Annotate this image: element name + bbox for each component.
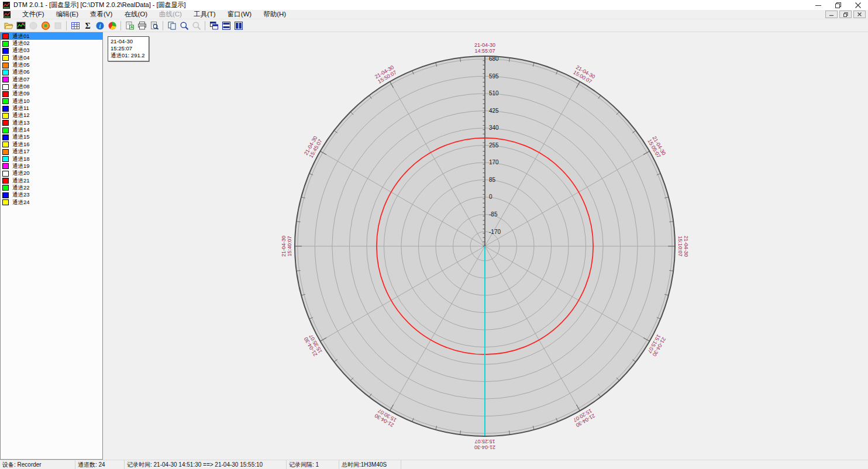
- channel-item-13[interactable]: 通道13: [1, 119, 102, 126]
- minimize-button[interactable]: [808, 0, 828, 10]
- realtime-curve-button[interactable]: [15, 20, 27, 32]
- statistics-button[interactable]: Σ: [81, 20, 94, 32]
- channel-item-21[interactable]: 通道21: [1, 177, 102, 184]
- toolbar-separator: [163, 21, 163, 30]
- export-button[interactable]: [123, 20, 136, 32]
- toolbar: Σi: [0, 19, 868, 32]
- channel-item-4[interactable]: 通道04: [1, 54, 102, 61]
- channel-label: 通道06: [12, 68, 30, 76]
- tile-vertical-button[interactable]: [232, 20, 244, 32]
- channel-item-1[interactable]: 通道01: [1, 33, 102, 40]
- menu-edit[interactable]: 编辑(E): [50, 9, 84, 19]
- channel-color-chip: [2, 106, 9, 112]
- open-file-button[interactable]: [2, 20, 15, 32]
- channel-color-chip: [2, 120, 9, 126]
- main-window: DTM 2.0.1 - [圆盘显示] [C:\DTM 2.0.2\RealDat…: [0, 0, 868, 469]
- channel-item-6[interactable]: 通道06: [1, 69, 102, 76]
- channel-color-chip: [2, 63, 9, 68]
- channel-label: 通道05: [12, 61, 30, 69]
- mdi-restore-button[interactable]: [839, 11, 852, 18]
- record-button[interactable]: [39, 20, 51, 32]
- open-folder-icon: [4, 21, 13, 30]
- cascade-icon: [209, 21, 219, 30]
- tooltip-channel-value: 通道01: 291.2: [111, 52, 145, 59]
- pie-icon: [108, 21, 117, 30]
- channel-color-chip: [2, 135, 9, 140]
- axis-tick-label: 170: [489, 159, 499, 165]
- print-preview-button[interactable]: [148, 20, 160, 32]
- axis-tick-label: 595: [489, 73, 499, 80]
- channel-item-3[interactable]: 通道03: [1, 47, 102, 54]
- time-label-date: 21-04-30: [683, 236, 689, 257]
- channel-item-24[interactable]: 通道24: [1, 199, 102, 206]
- channel-color-chip: [2, 192, 9, 198]
- channel-item-22[interactable]: 通道22: [1, 184, 102, 191]
- content-area: 通道01通道02通道03通道04通道05通道06通道07通道08通道09通道10…: [0, 32, 868, 460]
- info-button[interactable]: i: [94, 20, 106, 32]
- axis-tick-label: 0: [489, 194, 492, 200]
- channel-item-2[interactable]: 通道02: [1, 40, 102, 47]
- channel-label: 通道09: [12, 90, 30, 98]
- channel-item-19[interactable]: 通道19: [1, 163, 102, 170]
- channel-item-18[interactable]: 通道18: [1, 156, 102, 163]
- channel-item-10[interactable]: 通道10: [1, 98, 102, 105]
- channel-label: 通道02: [12, 40, 30, 47]
- channel-item-12[interactable]: 通道12: [1, 112, 102, 119]
- svg-text:Σ: Σ: [85, 22, 90, 30]
- channel-item-20[interactable]: 通道20: [1, 170, 102, 177]
- menu-help[interactable]: 帮助(H): [257, 9, 292, 19]
- channel-item-9[interactable]: 通道09: [1, 91, 102, 98]
- menu-view[interactable]: 查看(V): [84, 9, 118, 19]
- channel-color-chip: [2, 185, 9, 191]
- channel-item-11[interactable]: 通道11: [1, 105, 102, 112]
- statusbar: 设备: Recorder通道数: 24记录时间: 21-04-30 14:51:…: [0, 460, 868, 469]
- channel-color-chip: [2, 98, 9, 104]
- menu-window[interactable]: 窗口(W): [222, 9, 258, 19]
- channel-label: 通道24: [12, 199, 30, 206]
- pie-chart-button[interactable]: [106, 20, 118, 32]
- window-title: DTM 2.0.1 - [圆盘显示] [C:\DTM 2.0.2\RealDat…: [13, 1, 808, 9]
- channel-color-chip: [2, 70, 9, 75]
- menu-file[interactable]: 文件(F): [16, 9, 50, 19]
- channel-label: 通道12: [12, 112, 30, 119]
- channel-color-chip: [2, 113, 9, 119]
- menu-tools[interactable]: 工具(T): [188, 9, 222, 19]
- time-label: 21-04-3015:10:07: [677, 236, 689, 257]
- channel-label: 通道01: [12, 33, 30, 40]
- channel-color-chip: [2, 91, 9, 97]
- channel-item-7[interactable]: 通道07: [1, 76, 102, 83]
- print-button[interactable]: [136, 20, 148, 32]
- statusbar-section-4: 记录间隔: 1: [287, 460, 339, 469]
- tile-horizontal-button[interactable]: [220, 20, 232, 32]
- tile-horizontal-icon: [222, 21, 231, 30]
- channel-item-15[interactable]: 通道15: [1, 134, 102, 141]
- cascade-windows-button[interactable]: [208, 20, 220, 32]
- channel-color-chip: [2, 178, 9, 184]
- data-table-button[interactable]: [69, 20, 81, 32]
- menu-online[interactable]: 在线(O): [118, 9, 153, 19]
- channel-label: 通道18: [12, 156, 30, 163]
- statusbar-section-6: [401, 460, 868, 469]
- menu-curve[interactable]: 曲线(C): [153, 9, 188, 19]
- time-label: 21-04-3015:40:07: [281, 236, 292, 257]
- channel-label: 通道07: [12, 76, 30, 84]
- channel-color-chip: [2, 149, 9, 155]
- data-tooltip: 21-04-30 15:25:07 通道01: 291.2: [108, 36, 149, 61]
- zoom-in-button[interactable]: [178, 20, 190, 32]
- channel-item-5[interactable]: 通道05: [1, 61, 102, 68]
- statusbar-section-3: 记录时间: 21-04-30 14:51:30 ==> 21-04-30 15:…: [125, 460, 287, 469]
- axis-tick-label: 255: [489, 142, 499, 149]
- restore-button[interactable]: [828, 0, 848, 10]
- channel-item-23[interactable]: 通道23: [1, 192, 102, 199]
- channel-item-17[interactable]: 通道17: [1, 149, 102, 156]
- mdi-minimize-button[interactable]: [825, 11, 838, 18]
- axis-tick-label: 85: [489, 177, 496, 183]
- toolbar-separator: [120, 21, 121, 30]
- mdi-close-button[interactable]: [853, 11, 866, 18]
- channel-item-8[interactable]: 通道08: [1, 83, 102, 90]
- channel-item-16[interactable]: 通道16: [1, 141, 102, 148]
- channel-item-14[interactable]: 通道14: [1, 126, 102, 133]
- channel-label: 通道20: [12, 170, 30, 177]
- close-button[interactable]: [848, 0, 868, 10]
- copy-button[interactable]: [166, 20, 178, 32]
